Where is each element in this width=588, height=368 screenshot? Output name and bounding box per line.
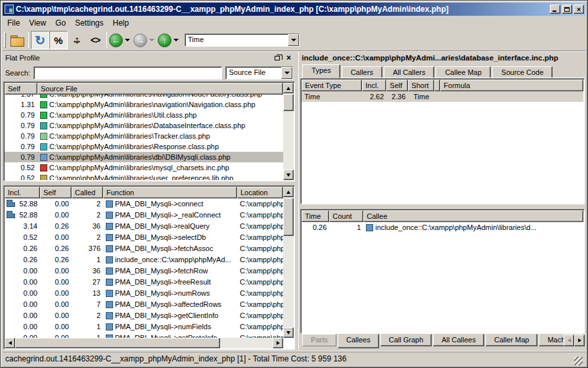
scroll-down-button[interactable]	[283, 170, 294, 180]
column-header-short[interactable]: Short	[408, 80, 434, 91]
resize-grip[interactable]	[574, 357, 583, 365]
source-file-row[interactable]: 1.37 C:\xampp\phpMyAdmin\libraries\navig…	[5, 95, 283, 99]
function-row[interactable]: 0.00 0.00 2 PMA_DBI_Mysqli->getClientInf…	[5, 310, 283, 321]
function-row[interactable]: 0.00 0.00 27 PMA_DBI_Mysqli->freeResult …	[5, 277, 283, 288]
column-header-event-type[interactable]: Event Type	[302, 80, 362, 91]
column-header-self[interactable]: Self	[386, 80, 408, 91]
back-button[interactable]: ←	[109, 34, 123, 47]
column-header-incl[interactable]: Incl.	[362, 80, 386, 91]
function-row[interactable]: 52.88 0.00 2 PMA_DBI_Mysqli->_realConnec…	[5, 210, 283, 221]
scroll-down-button[interactable]	[283, 327, 294, 338]
vertical-scrollbar[interactable]	[283, 187, 294, 338]
menu-item[interactable]: File	[3, 17, 24, 29]
source-file-row[interactable]: 0.79 C:\xampp\phpMyAdmin\libraries\Track…	[5, 131, 283, 141]
column-header-count[interactable]: Count	[329, 210, 363, 222]
function-row[interactable]: 0.52 0.00 2 PMA_DBI_Mysqli->selectDb C:\…	[5, 232, 283, 243]
self-cell: 0.26	[40, 254, 72, 265]
group-by-combo[interactable]: Source File	[225, 66, 293, 80]
source-file-row[interactable]: 0.52 C:\xampp\phpMyAdmin\libraries\user_…	[5, 173, 283, 180]
chevron-down-icon	[291, 39, 296, 41]
source-file-row[interactable]: 0.52 C:\xampp\phpMyAdmin\libraries\mysql…	[5, 162, 283, 173]
combo-dropdown-button[interactable]	[281, 67, 292, 79]
file-cell: C:\xampp\phpMyAdmin\libraries\user_prefe…	[37, 173, 283, 180]
vertical-scrollbar[interactable]	[283, 83, 294, 180]
cycle-detection-button[interactable]: ↔↕	[68, 31, 86, 49]
maximize-button[interactable]	[562, 5, 572, 14]
scrollbar-thumb[interactable]	[283, 94, 294, 111]
source-file-row[interactable]: 0.79 C:\xampp\phpMyAdmin\libraries\Datab…	[5, 120, 283, 131]
tab-scroll-right-button[interactable]	[574, 334, 585, 346]
bottom-tab[interactable]: Parts	[302, 334, 336, 346]
function-row[interactable]: 0.26 0.26 376 PMA_DBI_Mysqli->fetchAssoc…	[5, 243, 283, 254]
scroll-right-button[interactable]	[273, 338, 283, 348]
source-file-row[interactable]: 0.79 C:\xampp\phpMyAdmin\libraries\dbi\D…	[5, 152, 283, 162]
column-header-called[interactable]: Called	[72, 187, 103, 198]
back-dropdown-arrow-icon[interactable]	[125, 39, 130, 41]
source-file-row[interactable]: 0.79 C:\xampp\phpMyAdmin\libraries\Respo…	[5, 141, 283, 152]
bottom-tab[interactable]: Callees	[338, 334, 379, 348]
dock-float-button[interactable]	[273, 54, 282, 62]
scrollbar-thumb[interactable]	[15, 338, 220, 348]
combo-dropdown-button[interactable]	[288, 34, 299, 46]
menu-item[interactable]: View	[24, 17, 51, 29]
column-header-function[interactable]: Function	[103, 187, 237, 198]
detail-tab[interactable]: Source Code	[492, 66, 553, 78]
event-type-combo[interactable]: Time	[185, 34, 300, 47]
relative-percent-button[interactable]: %	[49, 31, 68, 49]
scroll-up-button[interactable]	[283, 83, 294, 93]
scroll-left-button[interactable]	[5, 338, 15, 348]
file-cell: C:\xampp\phpMyAdmin\libraries\dbi\DBIMys…	[37, 152, 283, 162]
close-button[interactable]: ×	[574, 5, 584, 14]
detail-tab[interactable]: All Callers	[384, 66, 435, 78]
title-bar[interactable]: C:\xampp\tmp\cachegrind.out.1416463299-C…	[3, 3, 585, 16]
column-header-callee[interactable]: Callee	[363, 210, 583, 222]
minimize-button[interactable]	[550, 5, 560, 14]
horizontal-scrollbar[interactable]	[5, 338, 283, 348]
detail-tab[interactable]: Types	[302, 64, 340, 78]
bottom-tab[interactable]: Caller Map	[486, 334, 537, 346]
up-button[interactable]: ↑	[158, 34, 171, 47]
function-row[interactable]: 3.14 0.26 36 PMA_DBI_Mysqli->realQuery C…	[5, 221, 283, 232]
source-file-row[interactable]: 0.79 C:\xampp\phpMyAdmin\libraries\Util.…	[5, 110, 283, 120]
dock-close-button[interactable]: ×	[284, 54, 293, 62]
scrollbar-thumb[interactable]	[283, 198, 294, 236]
function-row[interactable]: 0.00 0.00 1 PMA_DBI_Mysqli->numFields C:…	[5, 321, 283, 333]
up-dropdown-arrow-icon[interactable]	[173, 39, 179, 41]
open-file-button[interactable]	[8, 31, 26, 49]
detail-tab[interactable]: Callers	[342, 66, 382, 78]
source-file-table: Self Source File 1.37 C:\xampp\phpMyAdmi…	[3, 81, 295, 181]
function-row[interactable]: 52.88 0.00 2 PMA_DBI_Mysqli->connect C:\…	[5, 198, 283, 210]
function-row[interactable]: 0.00 0.00 7 PMA_DBI_Mysqli->affectedRows…	[5, 299, 283, 310]
detail-splitter[interactable]	[300, 204, 585, 209]
shorten-templates-button[interactable]: <>	[86, 31, 104, 49]
function-row[interactable]: 0.00 0.00 13 PMA_DBI_Mysqli->numRows C:\…	[5, 288, 283, 299]
column-header-source-file[interactable]: Source File	[37, 83, 283, 95]
scroll-up-button[interactable]	[283, 187, 294, 197]
function-row[interactable]: 0.26 0.26 1 include_once::C:\xampp\phpMy…	[5, 254, 283, 265]
menu-item[interactable]: Settings	[70, 17, 108, 29]
menu-item[interactable]: Help	[108, 17, 134, 29]
callee-row[interactable]: 0.26 1 include_once::C:\xampp\phpMyAdmin…	[302, 222, 583, 233]
source-file-row[interactable]: 1.31 C:\xampp\phpMyAdmin\libraries\navig…	[5, 99, 283, 110]
column-header-incl[interactable]: Incl.	[5, 187, 40, 198]
search-input[interactable]	[34, 66, 223, 80]
menu-item[interactable]: Go	[51, 17, 70, 29]
column-header-time[interactable]: Time	[302, 210, 329, 222]
event-types-table: Event Type Incl. Self Short Formula Time…	[300, 78, 585, 204]
function-row[interactable]: 0.00 0.00 1 PMA_DBI_Mysqli->getProtoInfo…	[5, 333, 283, 338]
column-header-formula[interactable]: Formula	[440, 80, 583, 91]
self-cost-cell: 0.79	[5, 152, 37, 162]
column-header-location[interactable]: Location	[237, 187, 283, 198]
bottom-tab[interactable]: Call Graph	[380, 334, 432, 346]
column-header-self[interactable]: Self	[40, 187, 72, 198]
bottom-tab[interactable]: All Callees	[433, 334, 484, 346]
function-row[interactable]: 0.00 0.00 36 PMA_DBI_Mysqli->fetchRow C:…	[5, 265, 283, 277]
toolbar-drag-handle[interactable]	[4, 32, 6, 48]
incl-cell: 0.00	[5, 288, 40, 299]
column-header-self[interactable]: Self	[5, 83, 37, 95]
reload-button[interactable]: ↻	[31, 31, 49, 49]
dock-title-bar[interactable]: Flat Profile ×	[3, 52, 296, 64]
count-cell: 1	[329, 222, 363, 233]
event-type-row[interactable]: Time 2.62 2.36 Time	[302, 91, 583, 102]
detail-tab[interactable]: Callee Map	[436, 66, 491, 78]
